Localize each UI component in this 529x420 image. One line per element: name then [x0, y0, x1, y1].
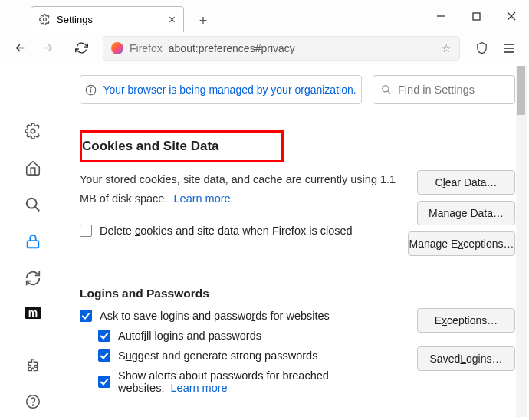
gear-icon [39, 14, 51, 25]
breach-checkbox-row[interactable]: Show alerts about passwords for breached… [98, 369, 403, 394]
managed-notice-text: Your browser is being managed by your or… [103, 84, 356, 96]
info-icon [85, 84, 97, 96]
new-tab-button[interactable]: + [192, 9, 215, 32]
settings-sidebar: m [0, 64, 66, 420]
manage-data-button[interactable]: Manage Data… [417, 201, 515, 225]
delete-cookies-checkbox[interactable] [80, 225, 92, 237]
autofill-label: Autofill logins and passwords [118, 330, 261, 342]
sidebar-extensions-icon[interactable] [24, 359, 42, 374]
ask-save-label: Ask to save logins and passwords for web… [100, 310, 330, 322]
cookies-learn-more-link[interactable]: Learn more [174, 192, 231, 205]
ask-save-checkbox[interactable] [80, 310, 92, 322]
saved-logins-button[interactable]: Saved Logins… [417, 346, 515, 371]
sidebar-home-icon[interactable] [24, 159, 42, 176]
suggest-checkbox-row[interactable]: Suggest and generate strong passwords [98, 349, 403, 362]
sidebar-search-icon[interactable] [24, 196, 42, 213]
cookies-description: Your stored cookies, site data, and cach… [80, 170, 403, 208]
svg-point-13 [33, 405, 34, 405]
managed-notice[interactable]: Your browser is being managed by your or… [80, 75, 362, 104]
suggest-checkbox[interactable] [98, 349, 110, 362]
url-bar[interactable]: Firefox about:preferences#privacy ☆ [103, 36, 460, 61]
ask-save-checkbox-row[interactable]: Ask to save logins and passwords for web… [80, 310, 403, 322]
pocket-button[interactable] [469, 36, 494, 61]
sidebar-general-icon[interactable] [24, 123, 42, 139]
url-brand: Firefox [130, 42, 163, 54]
cookies-heading-highlight: Cookies and Site Data [80, 130, 284, 162]
sidebar-sync-icon[interactable] [24, 270, 42, 287]
logins-heading: Logins and Passwords [80, 287, 403, 300]
svg-line-18 [388, 91, 390, 94]
content-area: m Your browser is being managed by your … [0, 64, 529, 420]
title-bar: Settings × + [0, 0, 529, 32]
svg-point-16 [90, 87, 91, 87]
breach-learn-more-link[interactable]: Learn more [171, 382, 228, 394]
window-controls [423, 0, 529, 32]
svg-point-9 [27, 199, 37, 208]
breach-checkbox[interactable] [98, 376, 110, 388]
settings-main: Your browser is being managed by your or… [66, 64, 529, 420]
svg-point-0 [44, 18, 47, 21]
scrollbar-thumb[interactable] [518, 66, 525, 115]
autofill-checkbox[interactable] [98, 330, 110, 342]
sidebar-help-icon[interactable] [24, 394, 42, 409]
svg-rect-11 [28, 241, 39, 248]
url-text: about:preferences#privacy [169, 42, 295, 54]
autofill-checkbox-row[interactable]: Autofill logins and passwords [98, 330, 403, 342]
clear-data-button[interactable]: Clear Data… [417, 170, 515, 195]
delete-cookies-label: Delete cookies and site data when Firefo… [100, 225, 353, 237]
svg-point-8 [31, 129, 35, 133]
maximize-button[interactable] [458, 0, 494, 32]
svg-point-17 [383, 86, 389, 92]
bookmark-star-icon[interactable]: ☆ [442, 42, 452, 54]
search-placeholder: Find in Settings [398, 84, 475, 96]
cookies-desc-text: Your stored cookies, site data, and cach… [80, 173, 396, 205]
close-window-button[interactable] [494, 0, 529, 32]
sidebar-more-icon[interactable]: m [25, 307, 41, 319]
minimize-button[interactable] [423, 0, 458, 32]
firefox-icon [111, 42, 123, 54]
search-icon [381, 84, 392, 95]
breach-label: Show alerts about passwords for breached… [118, 369, 403, 394]
cookies-heading: Cookies and Site Data [82, 139, 281, 154]
delete-cookies-checkbox-row[interactable]: Delete cookies and site data when Firefo… [80, 225, 403, 237]
reload-button[interactable] [69, 36, 94, 61]
svg-line-10 [35, 207, 40, 212]
svg-rect-2 [473, 13, 480, 20]
forward-button[interactable] [35, 36, 60, 61]
settings-search-input[interactable]: Find in Settings [373, 75, 515, 104]
tab-title: Settings [57, 14, 93, 25]
back-button[interactable] [8, 36, 32, 61]
browser-tab[interactable]: Settings × [31, 6, 184, 32]
tab-close-button[interactable]: × [169, 13, 176, 27]
vertical-scrollbar[interactable] [516, 66, 527, 417]
app-menu-button[interactable] [497, 36, 521, 61]
navigation-toolbar: Firefox about:preferences#privacy ☆ [0, 32, 529, 64]
logins-exceptions-button[interactable]: Exceptions… [417, 308, 515, 333]
suggest-label: Suggest and generate strong passwords [118, 349, 317, 362]
manage-exceptions-button[interactable]: Manage Exceptions… [408, 231, 515, 256]
sidebar-privacy-icon[interactable] [24, 233, 42, 250]
